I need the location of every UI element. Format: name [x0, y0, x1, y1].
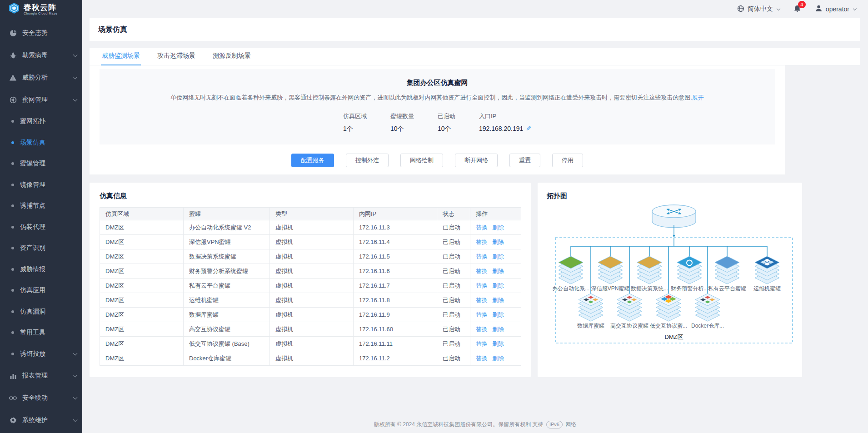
- sidebar-item-label: 诱捕节点: [20, 202, 45, 210]
- expand-link[interactable]: 展开: [692, 94, 704, 101]
- cell-actions: 替换删除: [470, 351, 521, 366]
- action-button-4[interactable]: 重置: [509, 154, 540, 167]
- action-button-0[interactable]: 配置服务: [291, 154, 334, 167]
- cell-zone: DMZ区: [100, 235, 184, 249]
- username: operator: [826, 5, 849, 13]
- edit-pencil-icon[interactable]: ✎: [526, 125, 531, 132]
- replace-link[interactable]: 替换: [476, 311, 488, 318]
- delete-link[interactable]: 删除: [492, 297, 504, 304]
- delete-link[interactable]: 删除: [492, 253, 504, 260]
- server-stack-icon[interactable]: [755, 256, 779, 284]
- replace-link[interactable]: 替换: [476, 282, 488, 289]
- sidebar-item-15[interactable]: 诱饵投放: [0, 343, 82, 365]
- bar-chart-icon: [9, 372, 17, 379]
- cell-zone: DMZ区: [100, 322, 184, 337]
- sidebar-item-12[interactable]: 仿真应用: [0, 280, 82, 301]
- table-row: DMZ区低交互协议蜜罐 (Base)虚拟机172.16.11.11已启动替换删除: [100, 337, 521, 351]
- replace-link[interactable]: 替换: [476, 297, 488, 304]
- cell-honeypot: 财务预警分析系统蜜罐: [184, 264, 270, 279]
- action-button-5[interactable]: 停用: [552, 154, 583, 167]
- sidebar-item-4[interactable]: 蜜网拓扑: [0, 111, 82, 132]
- stat-value: 1个: [343, 125, 367, 133]
- cell-type: 虚拟机: [270, 235, 354, 249]
- topology-diagram[interactable]: 办公自动化系...深信服VPN蜜罐数据决策系统...财务预警分析...私有云平台…: [547, 201, 793, 347]
- node-label: 私有云平台蜜罐: [708, 285, 746, 292]
- language-selector[interactable]: 简体中文: [737, 5, 780, 14]
- tab-0[interactable]: 威胁监测场景: [101, 52, 141, 65]
- notification-bell[interactable]: 4: [793, 5, 801, 14]
- sidebar-item-11[interactable]: 威胁情报: [0, 259, 82, 280]
- server-stack-icon[interactable]: [695, 294, 720, 321]
- sidebar-item-0[interactable]: 安全态势: [0, 22, 82, 44]
- simulation-info-title: 仿真信息: [100, 192, 521, 200]
- delete-link[interactable]: 删除: [492, 326, 504, 333]
- cell-honeypot: 运维机蜜罐: [184, 293, 270, 308]
- delete-link[interactable]: 删除: [492, 224, 504, 231]
- cell-honeypot: Docker仓库蜜罐: [184, 351, 270, 366]
- person-icon: [815, 5, 823, 14]
- tab-2[interactable]: 溯源反制场景: [212, 52, 252, 65]
- server-stack-icon[interactable]: [715, 256, 739, 284]
- sidebar-item-label: 诱饵投放: [20, 350, 45, 358]
- delete-link[interactable]: 删除: [492, 268, 504, 274]
- cell-type: 虚拟机: [270, 279, 354, 293]
- server-stack-icon[interactable]: [637, 256, 662, 284]
- sidebar-item-10[interactable]: 资产识别: [0, 238, 82, 259]
- sidebar-item-8[interactable]: 诱捕节点: [0, 195, 82, 217]
- stat-value-text: 10个: [390, 125, 404, 132]
- sidebar-item-label: 蜜网管理: [22, 96, 48, 104]
- sidebar-item-9[interactable]: 伪装代理: [0, 217, 82, 238]
- tab-1[interactable]: 攻击迟滞场景: [156, 52, 196, 65]
- replace-link[interactable]: 替换: [476, 355, 488, 362]
- replace-link[interactable]: 替换: [476, 239, 488, 245]
- cell-actions: 替换删除: [470, 322, 521, 337]
- server-stack-icon[interactable]: [656, 294, 681, 321]
- server-stack-icon[interactable]: [677, 256, 702, 284]
- cell-type: 虚拟机: [270, 220, 354, 235]
- cell-zone: DMZ区: [100, 279, 184, 293]
- server-stack-icon[interactable]: [617, 294, 642, 321]
- sidebar-item-7[interactable]: 镜像管理: [0, 174, 82, 196]
- action-button-3[interactable]: 断开网络: [455, 154, 498, 167]
- action-button-2[interactable]: 网络绘制: [400, 154, 443, 167]
- notification-badge: 4: [798, 1, 806, 8]
- delete-link[interactable]: 删除: [492, 355, 504, 362]
- sidebar-item-label: 伪装代理: [20, 223, 45, 231]
- server-stack-icon[interactable]: [559, 256, 583, 284]
- delete-link[interactable]: 删除: [492, 239, 504, 245]
- sidebar-item-17[interactable]: 安全联动: [0, 387, 82, 409]
- sidebar-item-6[interactable]: 蜜罐管理: [0, 153, 82, 174]
- column-header-5: 操作: [470, 208, 521, 220]
- sidebar-item-16[interactable]: 报表管理: [0, 364, 82, 387]
- cell-status: 已启动: [437, 351, 470, 366]
- sidebar-item-5[interactable]: 场景仿真: [0, 132, 82, 154]
- replace-link[interactable]: 替换: [476, 224, 488, 231]
- server-stack-icon[interactable]: [579, 294, 603, 321]
- topology-title: 拓扑图: [547, 192, 793, 200]
- table-row: DMZ区数据库蜜罐虚拟机172.16.11.9已启动替换删除: [100, 308, 521, 322]
- replace-link[interactable]: 替换: [476, 340, 488, 347]
- sidebar-item-14[interactable]: 常用工具: [0, 322, 82, 343]
- sidebar-item-2[interactable]: 威胁分析: [0, 66, 82, 89]
- cell-status: 已启动: [437, 308, 470, 322]
- delete-link[interactable]: 删除: [492, 311, 504, 318]
- replace-link[interactable]: 替换: [476, 268, 488, 274]
- replace-link[interactable]: 替换: [476, 253, 488, 260]
- table-row: DMZ区高交互协议蜜罐虚拟机172.16.11.60已启动替换删除: [100, 322, 521, 337]
- replace-link[interactable]: 替换: [476, 326, 488, 333]
- brand-logo[interactable]: 春秋云阵 Chunqiu Cloud Maze: [0, 0, 82, 18]
- delete-link[interactable]: 删除: [492, 340, 504, 347]
- delete-link[interactable]: 删除: [492, 282, 504, 289]
- brand-logo-icon: [8, 2, 20, 16]
- sidebar-item-1[interactable]: 勒索病毒: [0, 44, 82, 66]
- sidebar-item-18[interactable]: 系统维护: [0, 409, 82, 431]
- sidebar-item-3[interactable]: 蜜网管理: [0, 89, 82, 111]
- cell-honeypot: 深信服VPN蜜罐: [184, 235, 270, 249]
- page-title: 场景仿真: [98, 25, 127, 35]
- sidebar-item-13[interactable]: 仿真漏洞: [0, 301, 82, 323]
- action-button-1[interactable]: 控制外连: [346, 154, 389, 167]
- user-menu[interactable]: operator: [815, 5, 856, 14]
- server-stack-icon[interactable]: [598, 256, 623, 284]
- copyright-text: 版权所有 © 2024 永信至诚科技集团股份有限公司。保留所有权利 支持: [374, 421, 544, 428]
- stat-label: 仿真区域: [343, 112, 367, 120]
